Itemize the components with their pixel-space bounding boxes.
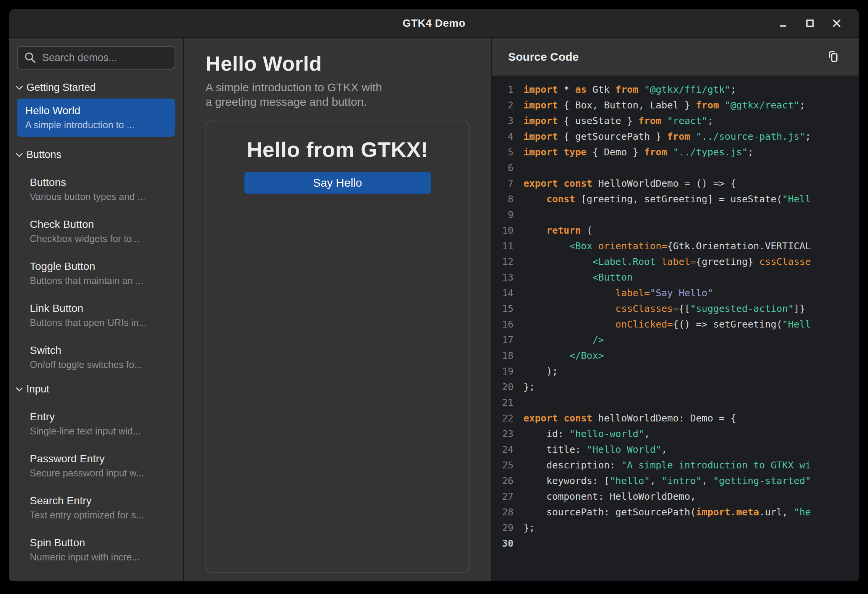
sidebar-item-search-entry[interactable]: Search EntryText entry optimized for s..… xyxy=(17,494,175,521)
code-line: 18 </Box> xyxy=(492,348,859,363)
code-text: import * as Gtk from "@gtkx/ffi/gtk"; xyxy=(523,82,736,97)
item-title: Buttons xyxy=(30,176,175,189)
code-line: 20}; xyxy=(492,379,859,395)
code-text: }; xyxy=(523,379,535,395)
maximize-button[interactable] xyxy=(802,15,818,32)
line-number: 23 xyxy=(492,426,513,442)
line-number: 27 xyxy=(492,489,513,504)
line-number: 14 xyxy=(492,285,513,301)
code-line: 13 <Button xyxy=(492,270,859,285)
say-hello-button[interactable]: Say Hello xyxy=(244,172,431,194)
copy-icon xyxy=(826,49,840,65)
line-number: 20 xyxy=(492,379,513,395)
code-line: 1import * as Gtk from "@gtkx/ffi/gtk"; xyxy=(492,82,859,97)
code-line: 28 sourcePath: getSourcePath(import.meta… xyxy=(492,504,859,520)
item-subtitle: A simple introduction to ... xyxy=(25,118,167,131)
close-icon xyxy=(831,18,842,29)
code-line: 24 title: "Hello World", xyxy=(492,442,859,457)
code-text: keywords: ["hello", "intro", "getting-st… xyxy=(523,473,811,489)
sidebar-item-entry[interactable]: EntrySingle-line text input wid... xyxy=(17,410,175,437)
item-title: Check Button xyxy=(30,218,175,231)
item-title: Search Entry xyxy=(30,494,175,508)
code-area[interactable]: 1import * as Gtk from "@gtkx/ffi/gtk";2i… xyxy=(492,76,859,581)
line-number: 3 xyxy=(492,113,513,129)
code-text: ); xyxy=(523,363,558,379)
sidebar-item-check-button[interactable]: Check ButtonCheckbox widgets for to... xyxy=(17,218,175,245)
code-text: <Label.Root label={greeting} cssClasse xyxy=(523,254,811,270)
sidebar-item-switch[interactable]: SwitchOn/off toggle switches fo... xyxy=(17,344,175,371)
copy-button[interactable] xyxy=(823,47,843,67)
sidebar: Getting StartedHello WorldA simple intro… xyxy=(9,38,184,581)
code-text: import { getSourcePath } from "../source… xyxy=(523,129,811,144)
code-line: 9 xyxy=(492,207,859,223)
line-number: 16 xyxy=(492,316,513,332)
titlebar: GTK4 Demo xyxy=(9,9,859,38)
code-line: 7export const HelloWorldDemo = () => { xyxy=(492,176,859,191)
code-line: 3import { useState } from "react"; xyxy=(492,113,859,129)
sidebar-item-toggle-button[interactable]: Toggle ButtonButtons that maintain an ..… xyxy=(17,260,175,287)
line-number: 28 xyxy=(492,504,513,520)
code-line: 4import { getSourcePath } from "../sourc… xyxy=(492,129,859,144)
line-number: 8 xyxy=(492,191,513,207)
section-header-input[interactable]: Input xyxy=(17,383,175,395)
line-number: 17 xyxy=(492,332,513,348)
code-text: return ( xyxy=(523,223,593,238)
code-text: export const HelloWorldDemo = () => { xyxy=(523,176,736,191)
code-text: <Box orientation={Gtk.Orientation.VERTIC… xyxy=(523,238,811,254)
chevron-down-icon xyxy=(16,150,23,157)
source-panel: Source Code 1import * as Gtk from "@gtkx… xyxy=(492,38,859,581)
code-line: 2import { Box, Button, Label } from "@gt… xyxy=(492,97,859,113)
line-number: 4 xyxy=(492,129,513,144)
section-header-buttons[interactable]: Buttons xyxy=(17,148,175,161)
item-title: Toggle Button xyxy=(30,260,175,273)
sidebar-item-password-entry[interactable]: Password EntrySecure password input w... xyxy=(17,452,175,479)
code-text: }; xyxy=(523,520,535,536)
code-line: 27 component: HelloWorldDemo, xyxy=(492,489,859,504)
window-controls xyxy=(775,9,845,37)
sidebar-item-link-button[interactable]: Link ButtonButtons that open URIs in... xyxy=(17,302,175,329)
section-header-getting-started[interactable]: Getting Started xyxy=(17,81,175,94)
code-text: </Box> xyxy=(523,348,604,363)
sidebar-sections: Getting StartedHello WorldA simple intro… xyxy=(17,81,175,563)
code-line: 30 xyxy=(492,536,859,551)
code-line: 14 label="Say Hello" xyxy=(492,285,859,301)
code-line: 21 xyxy=(492,395,859,410)
line-number: 24 xyxy=(492,442,513,457)
code-text: /> xyxy=(523,332,604,348)
code-text: sourcePath: getSourcePath(import.meta.ur… xyxy=(523,504,811,520)
sidebar-item-buttons[interactable]: ButtonsVarious button types and ... xyxy=(17,176,175,203)
code-text: label="Say Hello" xyxy=(523,285,713,301)
line-number: 6 xyxy=(492,160,513,176)
sidebar-item-hello-world[interactable]: Hello WorldA simple introduction to ... xyxy=(17,98,175,137)
code-text: onClicked={() => setGreeting("Hell xyxy=(523,316,811,332)
code-line: 17 /> xyxy=(492,332,859,348)
sidebar-item-spin-button[interactable]: Spin ButtonNumeric input with incre... xyxy=(17,536,175,563)
minimize-button[interactable] xyxy=(775,15,792,32)
source-title: Source Code xyxy=(508,50,579,63)
line-number: 9 xyxy=(492,207,513,223)
item-subtitle: Buttons that open URIs in... xyxy=(30,316,175,329)
line-number: 2 xyxy=(492,97,513,113)
chevron-down-icon xyxy=(16,384,23,391)
line-number: 21 xyxy=(492,395,513,410)
line-number: 13 xyxy=(492,270,513,285)
item-title: Hello World xyxy=(25,104,167,118)
line-number: 30 xyxy=(492,536,513,551)
code-line: 8 const [greeting, setGreeting] = useSta… xyxy=(492,191,859,207)
item-subtitle: Checkbox widgets for to... xyxy=(30,232,175,245)
code-line: 26 keywords: ["hello", "intro", "getting… xyxy=(492,473,859,489)
search-box xyxy=(17,46,175,69)
close-button[interactable] xyxy=(828,15,845,32)
code-line: 19 ); xyxy=(492,363,859,379)
code-text: component: HelloWorldDemo, xyxy=(523,489,696,504)
search-input[interactable] xyxy=(17,46,175,69)
demo-area: Hello from GTKX! Say Hello xyxy=(206,121,470,573)
code-line: 5import type { Demo } from "../types.js"… xyxy=(492,144,859,160)
item-title: Password Entry xyxy=(30,452,175,466)
code-line: 12 <Label.Root label={greeting} cssClass… xyxy=(492,254,859,270)
code-line: 23 id: "hello-world", xyxy=(492,426,859,442)
item-title: Spin Button xyxy=(30,536,175,550)
window-content: Getting StartedHello WorldA simple intro… xyxy=(9,38,859,581)
window-title: GTK4 Demo xyxy=(403,17,466,29)
code-line: 16 onClicked={() => setGreeting("Hell xyxy=(492,316,859,332)
